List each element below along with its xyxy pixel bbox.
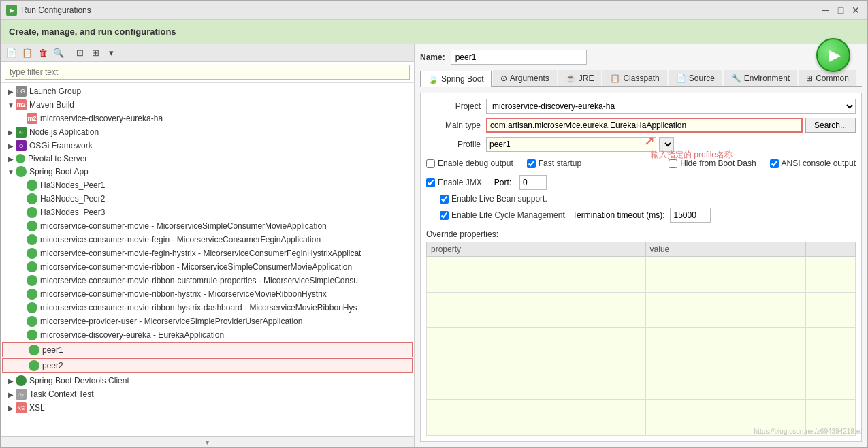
- tree-item-consumer-ribbon-hystrix[interactable]: micorservice-consumer-movie-ribbon-hystr…: [1, 287, 414, 301]
- tree-item-consumer-movie[interactable]: micorservice-consumer-movie - Micorservi…: [1, 219, 414, 233]
- tree-item-task[interactable]: ▶ Jy Task Context Test: [1, 387, 414, 401]
- fast-startup-group: Fast startup: [527, 159, 581, 168]
- fast-startup-checkbox[interactable]: [527, 159, 536, 168]
- tree-label: Launch Group: [29, 86, 81, 96]
- scroll-down-area: ▼: [1, 436, 414, 447]
- toolbar: 📄 📋 🗑 🔍 ⊡ ⊞ ▾: [1, 44, 414, 62]
- tree-arrow: ▶: [6, 404, 16, 412]
- tree-item-microservice-discovery[interactable]: m2 microservice-discovery-eureka-ha: [1, 112, 414, 125]
- tree-item-nodejs[interactable]: ▶ N Node.js Application: [1, 125, 414, 139]
- tab-jre[interactable]: ☕ JRE: [558, 70, 602, 86]
- tab-label: Environment: [744, 74, 790, 83]
- tree-item-ha3-peer3[interactable]: Ha3Nodes_Peer3: [1, 206, 414, 219]
- tree-item-consumer-ribbon-hystrix-dash[interactable]: micorservice-consumer-movie-ribbon-hystr…: [1, 301, 414, 315]
- live-bean-checkbox[interactable]: [440, 195, 449, 204]
- enable-debug-label: Enable debug output: [438, 159, 513, 168]
- tab-arguments[interactable]: ⊙ Arguments: [493, 70, 557, 86]
- tab-spring-boot[interactable]: 🍃 Spring Boot: [420, 71, 492, 87]
- spring-icon: [27, 221, 37, 231]
- tree-item-consumer-fegin-hystrix[interactable]: micorservice-consumer-movie-fegin-hystri…: [1, 246, 414, 260]
- tree-item-provider-user[interactable]: micorservice-provider-user - Micorservic…: [1, 315, 414, 328]
- tree-container[interactable]: ▶ LG Launch Group ▼ m2 Maven Build m2 mi…: [1, 83, 414, 436]
- tree-label: OSGi Framework: [29, 141, 93, 150]
- duplicate-button[interactable]: 📋: [20, 46, 34, 60]
- table-cell: [645, 257, 805, 293]
- environment-tab-icon: 🔧: [731, 74, 741, 83]
- tree-arrow: ▶: [6, 129, 16, 136]
- table-cell: [805, 257, 855, 293]
- empty-col-header: [805, 242, 855, 257]
- minimize-button[interactable]: ─: [820, 4, 832, 16]
- project-select[interactable]: microservice-discovery-eureka-ha: [486, 99, 856, 114]
- delete-button[interactable]: 🗑: [36, 46, 50, 60]
- tree-item-osgi[interactable]: ▶ O OSGi Framework: [1, 139, 414, 153]
- lifecycle-group: Enable Life Cycle Management.: [440, 210, 567, 220]
- port-input[interactable]: [519, 175, 547, 190]
- close-button[interactable]: ✕: [850, 4, 862, 16]
- tree-item-spring-boot-app[interactable]: ▼ Spring Boot App: [1, 165, 414, 178]
- table-cell: [427, 328, 646, 364]
- expand-button[interactable]: ⊞: [89, 46, 102, 60]
- tree-label: micorservice-consumer-movie-ribbon-custo…: [40, 276, 358, 285]
- tree-item-consumer-fegin[interactable]: micorservice-consumer-movie-fegin - Mico…: [1, 233, 414, 246]
- lifecycle-checkbox[interactable]: [440, 211, 449, 220]
- filter-input[interactable]: [5, 65, 410, 80]
- main-content: 📄 📋 🗑 🔍 ⊡ ⊞ ▾ ▶ LG Launch: [1, 44, 867, 447]
- window-icon: ▶: [6, 5, 17, 16]
- tree-item-maven-build[interactable]: ▼ m2 Maven Build: [1, 98, 414, 112]
- title-bar: ▶ Run Configurations ─ □ ✕: [1, 1, 867, 20]
- enable-jmx-checkbox[interactable]: [426, 178, 435, 187]
- name-input[interactable]: [451, 50, 587, 65]
- nodejs-icon: N: [16, 127, 27, 138]
- devtools-icon: [16, 375, 27, 386]
- jmx-row: Enable JMX Port:: [426, 175, 856, 190]
- tree-item-xsl[interactable]: ▶ XS XSL: [1, 401, 414, 415]
- spring-icon: [29, 345, 39, 355]
- tree-item-consumer-ribbon-custom[interactable]: micorservice-consumer-movie-ribbon-custo…: [1, 274, 414, 287]
- tree-item-devtools[interactable]: ▶ Spring Boot Devtools Client: [1, 374, 414, 387]
- enable-jmx-label: Enable JMX: [438, 178, 482, 187]
- enable-debug-checkbox[interactable]: [426, 159, 435, 168]
- checkboxes-row-1: Enable debug output Fast startup Hide fr…: [426, 156, 856, 171]
- tab-classpath[interactable]: 📋 Classpath: [602, 70, 666, 86]
- tabs-row: 🍃 Spring Boot ⊙ Arguments ☕ JRE 📋 Classp…: [420, 70, 862, 87]
- window-title: Run Configurations: [21, 5, 820, 15]
- launch-group-icon: LG: [16, 86, 27, 97]
- main-type-input[interactable]: [486, 118, 803, 133]
- dropdown-button[interactable]: ▾: [104, 46, 118, 60]
- header-title: Create, manage, and run configurations: [9, 27, 859, 37]
- profile-row: Profile: [426, 137, 856, 152]
- value-col-header: value: [645, 242, 805, 257]
- tree-item-launch-group[interactable]: ▶ LG Launch Group: [1, 84, 414, 98]
- tab-source[interactable]: 📄 Source: [669, 70, 722, 86]
- classpath-tab-icon: 📋: [610, 74, 620, 83]
- filter-button[interactable]: 🔍: [52, 46, 65, 60]
- run-button[interactable]: ▶: [816, 38, 850, 72]
- table-row: [427, 364, 856, 400]
- collapse-all-button[interactable]: ⊡: [73, 46, 86, 60]
- tab-common[interactable]: ⊞ Common: [799, 70, 856, 86]
- tree-item-consumer-ribbon[interactable]: micorservice-consumer-movie-ribbon - Mic…: [1, 260, 414, 274]
- maximize-button[interactable]: □: [835, 4, 847, 16]
- tree-label: Ha3Nodes_Peer2: [40, 194, 105, 204]
- spring-icon: [27, 248, 37, 259]
- tree-item-discovery-eureka[interactable]: microservice-discovery-eureka - EurekaAp…: [1, 328, 414, 342]
- tree-item-pivotal[interactable]: ▶ Pivotal tc Server: [1, 153, 414, 165]
- search-button[interactable]: Search...: [805, 118, 856, 133]
- tree-item-peer1[interactable]: peer1: [2, 342, 413, 357]
- tab-environment[interactable]: 🔧 Environment: [724, 70, 797, 86]
- profile-input[interactable]: [486, 137, 656, 152]
- live-bean-group: Enable Live Bean support.: [440, 194, 856, 204]
- ansi-console-checkbox[interactable]: [770, 159, 779, 168]
- tree-item-ha3-peer1[interactable]: Ha3Nodes_Peer1: [1, 178, 414, 192]
- profile-container: Profile ↗ 输入指定的 profile名称: [426, 137, 856, 152]
- tree-item-peer2[interactable]: peer2: [2, 358, 413, 373]
- lifecycle-row: Enable Life Cycle Management. Terminatio…: [426, 208, 856, 223]
- tab-label: Source: [689, 74, 715, 83]
- termination-input[interactable]: [670, 208, 711, 223]
- tree-item-ha3-peer2[interactable]: Ha3Nodes_Peer2: [1, 192, 414, 206]
- new-config-button[interactable]: 📄: [5, 46, 18, 60]
- toolbar-sep-1: [69, 48, 69, 59]
- tree-arrow: ▼: [6, 168, 16, 176]
- override-title: Override properties:: [426, 229, 856, 239]
